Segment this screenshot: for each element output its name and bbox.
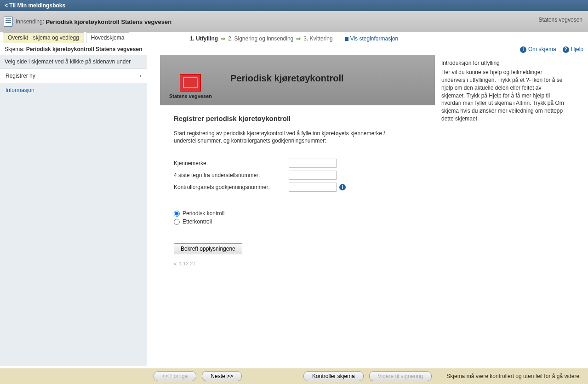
- form-body: Registrer periodisk kjøretøykontroll Sta…: [160, 105, 435, 276]
- header-right: Statens vegvesen: [539, 17, 582, 23]
- arrow-icon: ⇒: [221, 35, 225, 42]
- header-title: Periodisk kjøretøykontroll Statens vegve…: [46, 18, 171, 25]
- radio-etterkontroll[interactable]: [174, 219, 180, 225]
- info-icon[interactable]: i: [339, 184, 346, 190]
- schema-prefix: Skjema:: [5, 46, 24, 52]
- radio-group-kontrolltype: Periodisk kontroll Etterkontroll: [174, 210, 421, 225]
- radio-periodisk-label: Periodisk kontroll: [183, 210, 224, 217]
- left-nav: Velg side i skjemaet ved å klikke på sid…: [0, 55, 147, 366]
- label-kjennemerke: Kjennemerke:: [174, 160, 289, 166]
- form-description: Start registrering av periodisk kjøretøy…: [174, 130, 421, 145]
- tab-main-form[interactable]: Hovedskjema: [86, 32, 130, 43]
- label-understellsnummer: 4 siste tegn fra understellsnummer:: [174, 172, 289, 178]
- document-icon: [4, 17, 13, 27]
- about-schema-label: Om skjema: [528, 46, 556, 52]
- chevron-right-icon: ›: [140, 73, 142, 79]
- nav-item-label: Registrer ny: [6, 73, 35, 79]
- square-icon: [345, 37, 348, 41]
- check-schema-button[interactable]: Kontroller skjema: [303, 371, 364, 381]
- back-link[interactable]: < Til Min meldingsboks: [2, 1, 68, 10]
- help-icon: ?: [563, 46, 569, 53]
- step-info-label: Vis steginformasjon: [350, 35, 399, 42]
- logo-icon: [180, 74, 201, 92]
- step-3: 3. Kvittering: [303, 35, 332, 42]
- form-heading: Registrer periodisk kjøretøykontroll: [174, 115, 421, 122]
- step-1: 1. Utfylling: [190, 35, 218, 42]
- right-info-text: Her vil du kunne se hjelp og feilmelding…: [441, 69, 566, 123]
- header: Innsending: Periodisk kjøretøykontroll S…: [0, 11, 588, 32]
- banner-title: Periodisk kjøretøykontroll: [230, 73, 344, 84]
- nav-hint: Velg side i skjemaet ved å klikke på sid…: [0, 55, 147, 69]
- nav-item-information[interactable]: Informasjon: [0, 83, 147, 97]
- footer-msg: Skjema må være kontrollert og uten feil …: [446, 373, 582, 379]
- step-2: 2. Signering og innsending: [228, 35, 293, 42]
- radio-periodisk[interactable]: [174, 211, 180, 217]
- info-icon: i: [520, 46, 526, 53]
- right-info: Introduksjon for utfylling Her vil du ku…: [435, 55, 573, 366]
- schema-label-row: Skjema: Periodisk kjøretøykontroll State…: [0, 43, 588, 55]
- right-info-title: Introduksjon for utfylling: [441, 59, 566, 67]
- arrow-icon: ⇒: [296, 35, 301, 42]
- step-info-link[interactable]: Vis steginformasjon: [345, 35, 399, 42]
- radio-etterkontroll-label: Etterkontroll: [183, 218, 212, 225]
- top-bar: < Til Min meldingsboks: [0, 0, 588, 11]
- input-understellsnummer[interactable]: [289, 171, 337, 180]
- prev-button[interactable]: << Forrige: [154, 371, 196, 381]
- brand-label: Statens vegvesen: [169, 93, 212, 99]
- label-godkjenningsnummer: Kontrollorganets godkjenningsnummer:: [174, 184, 289, 190]
- nav-item-register-new[interactable]: Registrer ny ›: [0, 69, 147, 83]
- confirm-button[interactable]: Bekreft opplysningene: [174, 243, 242, 254]
- form-area: Statens vegvesen Periodisk kjøretøykontr…: [147, 55, 588, 366]
- footer: << Forrige Neste >> Kontroller skjema Vi…: [0, 368, 588, 384]
- sign-button[interactable]: Videre til signering: [369, 371, 432, 381]
- schema-name: Periodisk kjøretøykontroll Statens vegve…: [26, 46, 143, 52]
- header-prefix: Innsending:: [16, 18, 44, 25]
- version-label: v. 1.12.27: [174, 261, 421, 266]
- input-godkjenningsnummer[interactable]: [289, 183, 337, 192]
- main: Velg side i skjemaet ved å klikke på sid…: [0, 55, 588, 366]
- next-button[interactable]: Neste >>: [202, 371, 242, 381]
- help-label: Hjelp: [571, 46, 583, 52]
- help-link[interactable]: ?Hjelp: [563, 46, 583, 53]
- banner: Statens vegvesen Periodisk kjøretøykontr…: [160, 55, 435, 105]
- input-kjennemerke[interactable]: [289, 159, 337, 168]
- about-schema-link[interactable]: iOm skjema: [520, 46, 556, 53]
